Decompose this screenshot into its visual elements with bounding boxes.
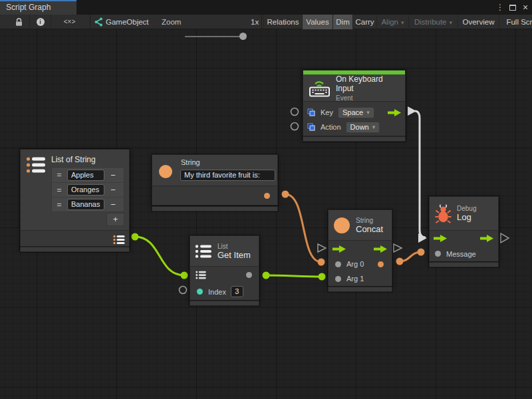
node-concat[interactable]: String Concat Arg 0 Arg 1	[328, 209, 392, 287]
node-debug-log[interactable]: Debug Log Message	[429, 196, 499, 262]
list-icon	[195, 244, 212, 259]
flow-input-arrow-icon[interactable]	[434, 234, 448, 243]
overview-button[interactable]: Overview	[458, 15, 499, 29]
flow-input-arrow-icon[interactable]	[332, 245, 346, 253]
node-category: List	[217, 243, 251, 250]
arg0-label: Arg 0	[346, 260, 364, 268]
index-input-port[interactable]	[197, 289, 203, 295]
node-get-item[interactable]: List Get Item Index 3	[190, 235, 259, 301]
flow-output-arrow-keyboard[interactable]	[408, 106, 416, 116]
lock-button[interactable]	[8, 15, 29, 29]
node-title: On Keyboard Input	[336, 74, 400, 93]
port-getitem-list-input[interactable]	[181, 272, 188, 279]
zoom-slider-knob[interactable]	[239, 33, 247, 40]
port-log-message-input[interactable]	[418, 249, 425, 256]
port-concat-arg0-input[interactable]	[318, 259, 325, 266]
target-label[interactable]: GameObject	[106, 15, 149, 29]
zoom-slider-track[interactable]	[185, 36, 245, 37]
remove-item-button[interactable]: −	[105, 185, 121, 195]
message-input-port[interactable]	[435, 251, 441, 257]
wire-getitem-to-concat	[266, 275, 322, 277]
index-value-field[interactable]: 3	[231, 286, 243, 297]
string-value-field[interactable]: My third favorite fruit is:	[180, 170, 275, 181]
list-icon	[26, 156, 46, 174]
wire-string-to-concat	[285, 194, 321, 262]
node-title: Concat	[356, 224, 383, 234]
port-key-unconnected[interactable]	[291, 108, 299, 116]
bug-icon	[435, 204, 452, 223]
drag-handle-icon[interactable]: =	[52, 186, 66, 195]
window-menu-icon[interactable]: ⋮	[496, 0, 504, 15]
flow-input-arrow-log[interactable]	[418, 233, 427, 243]
item-output-port[interactable]	[246, 272, 252, 278]
key-port-label: Key	[321, 108, 333, 116]
values-button[interactable]: Values	[302, 15, 332, 29]
node-footer	[429, 262, 499, 267]
script-graph-window: Script Graph ⋮ × i <×>	[0, 0, 532, 399]
wire-list-to-getitem	[135, 237, 184, 275]
string-output-port[interactable]	[264, 193, 270, 199]
code-preview-button[interactable]: <×>	[51, 15, 88, 29]
flow-output-concat-unconnected[interactable]	[394, 244, 402, 252]
chevron-down-icon: ▾	[401, 19, 404, 26]
align-label: Align	[381, 18, 398, 26]
info-icon: i	[37, 18, 45, 26]
port-list-output[interactable]	[132, 233, 139, 241]
list-input-port-icon[interactable]	[196, 271, 206, 279]
align-dropdown[interactable]: Align▾	[376, 15, 408, 29]
node-footer	[152, 206, 278, 211]
flow-output-arrow-icon[interactable]	[374, 245, 388, 253]
gameobject-icon	[93, 17, 103, 27]
chevron-down-icon: ▾	[366, 109, 370, 116]
node-list-of-string[interactable]: List of String = Apples − = Oranges − =	[20, 149, 130, 249]
relations-button[interactable]: Relations	[263, 15, 302, 29]
list-item-field[interactable]: Bananas	[67, 199, 104, 210]
node-category: Debug	[457, 205, 476, 212]
flow-output-log-unconnected[interactable]	[501, 233, 509, 243]
port-getitem-output[interactable]	[263, 272, 270, 279]
result-output-port[interactable]	[378, 261, 384, 267]
list-output-port-icon[interactable]	[113, 235, 125, 245]
node-string-literal[interactable]: String My third favorite fruit is:	[152, 154, 278, 205]
remove-item-button[interactable]: −	[105, 200, 121, 209]
port-action-unconnected[interactable]	[291, 123, 299, 130]
member-icon	[307, 108, 315, 116]
add-item-button[interactable]: +	[106, 213, 124, 226]
list-item-row: = Oranges −	[52, 182, 124, 197]
flow-output-arrow-icon[interactable]	[388, 108, 402, 117]
window-maximize-icon[interactable]	[509, 5, 516, 11]
arg1-input-port[interactable]	[335, 276, 341, 282]
list-item-field[interactable]: Apples	[67, 170, 104, 181]
node-footer	[20, 247, 130, 252]
info-button[interactable]: i	[29, 15, 51, 29]
node-on-keyboard-input[interactable]: On Keyboard Input Event Key Space▾	[303, 70, 406, 139]
string-type-icon	[334, 217, 350, 233]
carry-button[interactable]: Carry	[352, 15, 376, 29]
action-port-label: Action	[321, 123, 341, 131]
drag-handle-icon[interactable]: =	[52, 200, 66, 209]
key-dropdown[interactable]: Space▾	[338, 107, 374, 118]
zoom-value: 1x	[251, 15, 259, 29]
port-index-unconnected[interactable]	[180, 287, 187, 294]
port-string-output[interactable]	[282, 191, 289, 198]
flow-input-concat-unconnected[interactable]	[318, 244, 326, 252]
tab-script-graph[interactable]: Script Graph	[0, 0, 76, 15]
action-dropdown[interactable]: Down▾	[346, 122, 380, 133]
fullscreen-button[interactable]: Full Screen	[499, 15, 532, 29]
chevron-down-icon: ▾	[450, 19, 453, 26]
drag-handle-icon[interactable]: =	[52, 170, 66, 180]
flow-output-arrow-icon[interactable]	[480, 234, 494, 243]
list-item-row: = Apples −	[52, 168, 124, 182]
distribute-dropdown[interactable]: Distribute▾	[408, 15, 458, 29]
window-close-icon[interactable]: ×	[521, 0, 529, 15]
key-value: Space	[342, 108, 363, 116]
arg0-input-port[interactable]	[335, 261, 341, 267]
remove-item-button[interactable]: −	[105, 170, 121, 180]
port-concat-arg1-input[interactable]	[319, 273, 326, 281]
wire-flow-keyboard-to-log	[415, 111, 426, 237]
list-item-field[interactable]: Oranges	[67, 184, 104, 196]
code-icon: <×>	[64, 15, 76, 29]
dim-button[interactable]: Dim	[332, 15, 352, 29]
port-concat-output[interactable]	[396, 258, 404, 265]
gameobject-target-icon-cell	[90, 15, 105, 29]
